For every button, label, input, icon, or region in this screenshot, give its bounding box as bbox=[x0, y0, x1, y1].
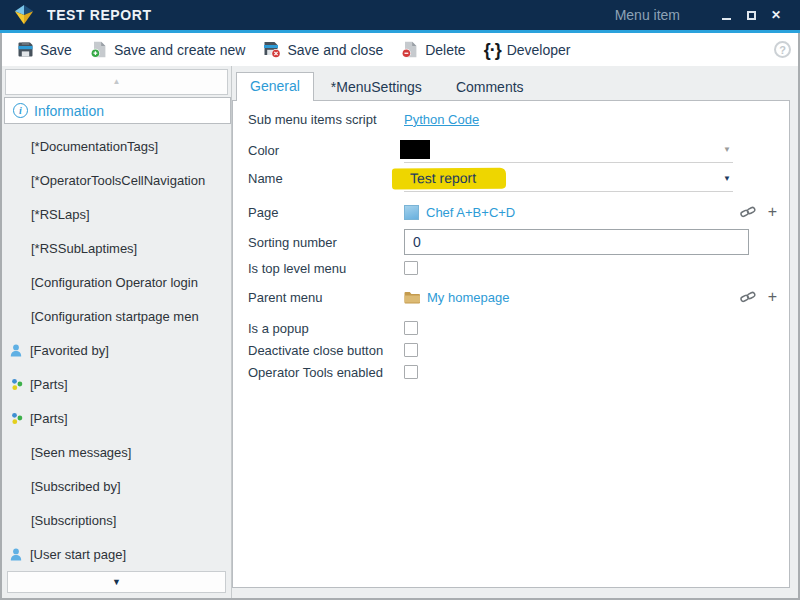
deactivate-close-button-checkbox[interactable] bbox=[404, 343, 418, 357]
deactivate-close-button-row: Deactivate close button bbox=[248, 339, 777, 361]
sidebar-item-configuration-startpage-menu[interactable]: [Configuration startpage men bbox=[2, 299, 230, 333]
sidebar-item-favorited-by[interactable]: [Favorited by] bbox=[2, 333, 230, 367]
delete-button[interactable]: Delete bbox=[392, 37, 474, 62]
parent-menu-link[interactable]: My homepage bbox=[427, 290, 509, 305]
save-button[interactable]: Save bbox=[8, 37, 81, 62]
sub-menu-items-script-row: Sub menu items script Python Code bbox=[248, 107, 777, 131]
operator-tools-enabled-checkbox[interactable] bbox=[404, 365, 418, 379]
sidebar-item-information[interactable]: i Information bbox=[4, 97, 231, 124]
sidebar-top-combobox[interactable]: ▲ bbox=[5, 69, 228, 95]
sidebar-item-operatortoolscellnavigation[interactable]: [*OperatorToolsCellNavigation bbox=[2, 163, 230, 197]
operator-tools-enabled-row: Operator Tools enabled bbox=[248, 361, 777, 383]
add-icon[interactable]: + bbox=[768, 289, 777, 305]
field-label: Sub menu items script bbox=[248, 112, 404, 127]
tab-bar: General *MenuSettings Comments bbox=[232, 74, 541, 101]
sidebar-item-list: [*DocumentationTags] [*OperatorToolsCell… bbox=[2, 129, 230, 571]
info-icon: i bbox=[13, 103, 28, 118]
field-label: Color bbox=[248, 143, 404, 158]
tab-menusettings[interactable]: *MenuSettings bbox=[314, 74, 439, 101]
tab-general[interactable]: General bbox=[236, 72, 314, 101]
name-value-highlighted: Test report bbox=[392, 167, 506, 189]
help-icon[interactable]: ? bbox=[774, 41, 791, 58]
save-and-create-new-button[interactable]: Save and create new bbox=[81, 37, 255, 62]
name-field[interactable]: Test report ▼ bbox=[404, 165, 733, 192]
save-label: Save bbox=[40, 42, 72, 58]
parts-icon bbox=[10, 378, 24, 391]
field-label: Name bbox=[248, 171, 404, 186]
sidebar-item-documentationtags[interactable]: [*DocumentationTags] bbox=[2, 129, 230, 163]
minimize-button[interactable] bbox=[718, 7, 734, 23]
close-button[interactable]: ✕ bbox=[768, 7, 784, 23]
color-row: Color ▼ bbox=[248, 137, 777, 163]
is-a-popup-checkbox[interactable] bbox=[404, 321, 418, 335]
delete-label: Delete bbox=[425, 42, 465, 58]
app-window: TEST REPORT Menu item ✕ Save bbox=[0, 0, 800, 600]
color-dropdown[interactable]: ▼ bbox=[404, 137, 733, 163]
sidebar-item-rslaps[interactable]: [*RSLaps] bbox=[2, 197, 230, 231]
sidebar-item-label: Information bbox=[34, 103, 104, 119]
field-label: Is a popup bbox=[248, 321, 404, 336]
developer-button[interactable]: {·} Developer bbox=[475, 37, 580, 63]
tab-comments[interactable]: Comments bbox=[439, 74, 541, 101]
save-icon bbox=[17, 41, 34, 58]
color-swatch bbox=[400, 140, 430, 159]
dropdown-arrow-icon[interactable]: ▼ bbox=[723, 145, 731, 154]
field-label: Deactivate close button bbox=[248, 343, 404, 358]
save-new-icon bbox=[90, 41, 108, 58]
sidebar-item-rssublaptimes[interactable]: [*RSSubLaptimes] bbox=[2, 231, 230, 265]
field-label: Is top level menu bbox=[248, 261, 404, 276]
page-link[interactable]: Chef A+B+C+D bbox=[426, 205, 515, 220]
sidebar-item-subscribed-by[interactable]: [Subscribed by] bbox=[2, 469, 230, 503]
chevron-down-icon: ▼ bbox=[112, 578, 121, 587]
parent-menu-row: Parent menu My homepage bbox=[248, 284, 777, 310]
chevron-up-icon: ▲ bbox=[113, 78, 121, 86]
developer-label: Developer bbox=[507, 42, 571, 58]
name-row: Name Test report ▼ bbox=[248, 165, 777, 192]
save-and-close-label: Save and close bbox=[287, 42, 383, 58]
sidebar-item-seen-messages[interactable]: [Seen messages] bbox=[2, 435, 230, 469]
save-and-close-button[interactable]: Save and close bbox=[254, 37, 392, 62]
developer-icon: {·} bbox=[484, 41, 501, 59]
person-icon bbox=[10, 548, 24, 561]
field-label: Sorting number bbox=[248, 235, 404, 250]
parts-icon bbox=[10, 412, 24, 425]
delete-icon bbox=[401, 41, 419, 58]
add-icon[interactable]: + bbox=[768, 204, 777, 220]
is-top-level-menu-checkbox[interactable] bbox=[404, 261, 418, 275]
toolbar: Save Save and create new bbox=[2, 33, 798, 66]
general-form-panel: Sub menu items script Python Code Color … bbox=[232, 100, 790, 588]
field-label: Operator Tools enabled bbox=[248, 365, 404, 380]
is-top-level-menu-row: Is top level menu bbox=[248, 257, 777, 279]
main-area: General *MenuSettings Comments Sub menu … bbox=[232, 66, 798, 598]
page-icon bbox=[404, 205, 419, 220]
sidebar-item-user-start-page[interactable]: [User start page] bbox=[2, 537, 230, 571]
link-icon[interactable] bbox=[740, 205, 756, 219]
close-icon: ✕ bbox=[771, 9, 781, 21]
sidebar-item-parts[interactable]: [Parts] bbox=[2, 367, 230, 401]
sidebar-item-subscriptions[interactable]: [Subscriptions] bbox=[2, 503, 230, 537]
save-close-icon bbox=[263, 41, 281, 58]
sidebar-item-configuration-operator-login[interactable]: [Configuration Operator login bbox=[2, 265, 230, 299]
link-icon[interactable] bbox=[740, 290, 756, 304]
maximize-button[interactable] bbox=[743, 7, 759, 23]
window-title: TEST REPORT bbox=[47, 7, 152, 23]
sorting-number-input[interactable] bbox=[404, 229, 749, 255]
sidebar-item-parts[interactable]: [Parts] bbox=[2, 401, 230, 435]
maximize-icon bbox=[747, 11, 756, 20]
python-code-link[interactable]: Python Code bbox=[404, 112, 479, 127]
sidebar-bottom-combobox[interactable]: ▼ bbox=[7, 571, 226, 593]
save-and-create-new-label: Save and create new bbox=[114, 42, 246, 58]
field-label: Page bbox=[248, 205, 404, 220]
person-icon bbox=[10, 344, 24, 357]
context-type-label: Menu item bbox=[615, 7, 680, 23]
app-logo-icon bbox=[13, 4, 35, 26]
folder-icon bbox=[404, 291, 420, 304]
sorting-number-row: Sorting number bbox=[248, 228, 777, 256]
is-a-popup-row: Is a popup bbox=[248, 317, 777, 339]
dropdown-arrow-icon[interactable]: ▼ bbox=[723, 174, 731, 183]
minimize-icon bbox=[722, 18, 731, 20]
field-label: Parent menu bbox=[248, 290, 404, 305]
title-bar: TEST REPORT Menu item ✕ bbox=[0, 0, 800, 30]
page-row: Page Chef A+B+C+D + bbox=[248, 199, 777, 225]
sidebar: ▲ i Information [*DocumentationTags] [*O… bbox=[2, 66, 232, 598]
